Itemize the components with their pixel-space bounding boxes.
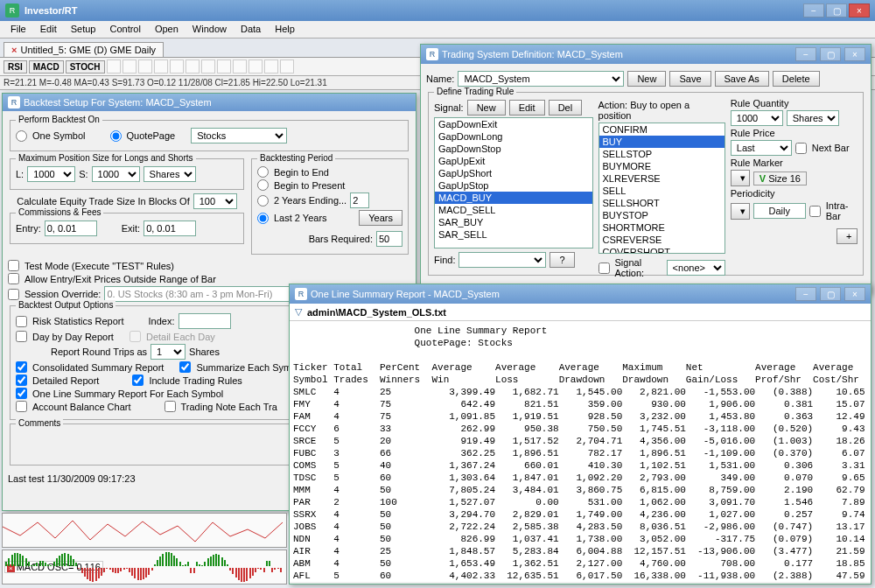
allow-entry-check[interactable] [8,273,19,284]
risk-stats-check[interactable] [16,316,27,327]
signal-item[interactable]: MACD_BUY [435,192,592,204]
macd-chart[interactable]: ×MACD OSC= 0.116 [2,550,287,584]
toolbar-icon[interactable] [233,60,247,74]
signal-action-check[interactable] [598,262,610,274]
sum-each-check[interactable] [179,361,191,373]
l-select[interactable]: 1000 [27,166,75,182]
session-override-check[interactable] [8,289,19,300]
round-select[interactable]: 1 [150,344,186,360]
ols-report-body[interactable]: One Line Summary Report QuotePage: Stock… [290,321,871,582]
action-listbox[interactable]: CONFIRMBUYSELLSTOPBUYMOREXLREVERSESELLSE… [598,122,725,254]
toolbar-icon[interactable] [138,60,152,74]
one-symbol-radio[interactable] [16,130,27,142]
signal-item[interactable]: GapUpExit [435,155,592,167]
trading-note-check[interactable] [164,401,176,412]
action-item[interactable]: COVERSHORT [599,246,724,254]
signal-action-select[interactable]: <none> [667,260,725,276]
action-item[interactable]: CSREVERSE [599,234,724,246]
rsi-button[interactable]: RSI [4,60,27,74]
menu-help[interactable]: Help [268,21,302,38]
menu-control[interactable]: Control [102,21,147,38]
ols-max[interactable]: ▢ [820,287,841,301]
blocks-select[interactable]: 100 [193,193,237,209]
signal-edit-button[interactable]: Edit [509,100,545,116]
collapse-icon[interactable]: ▽ [295,306,302,318]
action-item[interactable]: SELLSTOP [599,148,724,160]
minimize-button[interactable]: − [803,4,824,18]
tsd-saveas-button[interactable]: Save As [715,71,769,87]
signal-item[interactable]: SAR_SELL [435,228,592,241]
quotepage-radio[interactable] [110,130,122,142]
rsi-chart[interactable] [2,513,287,548]
signal-item[interactable]: GapDownExit [435,118,592,130]
menu-file[interactable]: File [4,21,33,38]
signal-listbox[interactable]: GapDownExitGapDownLongGapDownStopGapUpEx… [434,117,593,248]
action-item[interactable]: SELL [599,185,724,197]
oneline-check[interactable] [16,388,27,399]
unit-select[interactable]: Shares [144,166,196,182]
signal-item[interactable]: MACD_SELL [435,204,592,216]
index-input[interactable] [178,313,231,329]
test-mode-check[interactable] [8,260,19,271]
signal-del-button[interactable]: Del [549,100,583,116]
acctbal-check[interactable] [16,401,27,412]
tsd-new-button[interactable]: New [627,71,666,87]
tsd-max[interactable]: ▢ [820,47,841,61]
action-item[interactable]: BUYMORE [599,160,724,172]
daybyday-check[interactable] [16,331,27,342]
tsd-close[interactable]: × [844,47,865,61]
s-select[interactable]: 1000 [92,166,140,182]
toolbar-icon[interactable] [154,60,168,74]
nextbar-check[interactable] [795,143,807,154]
menu-setup[interactable]: Setup [64,21,103,38]
begin-end-radio[interactable] [257,166,269,178]
price-select[interactable]: Last [731,140,792,156]
begin-present-radio[interactable] [257,179,269,191]
signal-item[interactable]: SAR_BUY [435,216,592,228]
action-item[interactable]: XLREVERSE [599,172,724,185]
toolbar-icon[interactable] [170,60,184,74]
tsd-min[interactable]: − [795,47,816,61]
tsd-name-select[interactable]: MACD_System [458,71,624,87]
menu-window[interactable]: Window [186,21,234,38]
toolbar-icon[interactable] [264,60,278,74]
action-item[interactable]: SHORTMORE [599,221,724,234]
action-item[interactable]: CONFIRM [599,123,724,136]
toolbar-icon[interactable] [248,60,262,74]
plus-button[interactable]: + [836,228,858,244]
signal-item[interactable]: GapDownStop [435,143,592,155]
close-button[interactable]: × [849,4,870,18]
toolbar-icon[interactable] [280,60,294,74]
two-years-input[interactable] [350,192,369,208]
toolbar-icon[interactable] [201,60,215,74]
menu-edit[interactable]: Edit [33,21,64,38]
exit-input[interactable] [144,220,196,236]
tsd-delete-button[interactable]: Delete [773,71,820,87]
intrabar-check[interactable] [809,206,821,217]
qty-unit-select[interactable]: Shares [787,110,839,126]
signal-item[interactable]: GapUpStop [435,179,592,192]
toolbar-icon[interactable] [186,60,200,74]
entry-input[interactable] [45,220,97,236]
detailed-check[interactable] [16,374,27,386]
years-button[interactable]: Years [359,210,402,226]
action-item[interactable]: BUY [599,136,724,148]
action-item[interactable]: BUYSTOP [599,209,724,221]
doc-tab[interactable]: × Untitled_5: GME (D) GME Daily [4,42,164,57]
ols-close[interactable]: × [844,287,865,301]
marker-dropdown[interactable]: ▾ [731,170,750,186]
incl-rules-check[interactable] [132,374,144,386]
signal-item[interactable]: GapDownLong [435,130,592,143]
macd-button[interactable]: MACD [29,60,64,74]
toolbar-icon[interactable] [122,60,136,74]
tab-close-icon[interactable]: × [11,45,17,55]
signal-new-button[interactable]: New [467,100,506,116]
menu-data[interactable]: Data [234,21,268,38]
quotepage-select[interactable]: Stocks [191,128,287,144]
stoch-button[interactable]: STOCH [66,60,105,74]
tsd-save-button[interactable]: Save [669,71,710,87]
last2-radio[interactable] [257,213,269,224]
ols-min[interactable]: − [795,287,816,301]
maximize-button[interactable]: ▢ [826,4,847,18]
period-input[interactable] [753,203,806,219]
